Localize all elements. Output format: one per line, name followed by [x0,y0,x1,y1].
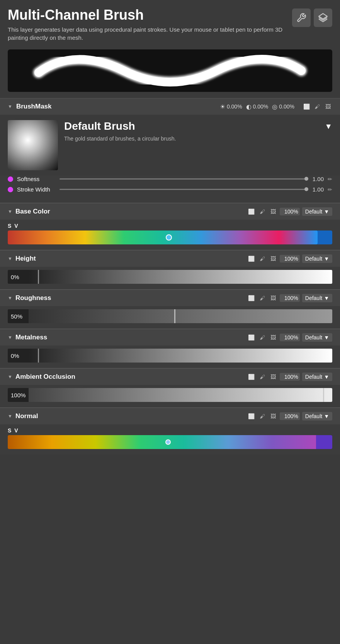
header-icons [292,8,332,27]
base-color-header[interactable]: ▼ Base Color ⬜ 🖌 🖼 Default ▼ [0,203,340,220]
color-bar-row [8,230,332,244]
brushmask-chevron[interactable]: ▼ [8,104,12,109]
softness-slider[interactable] [60,178,306,180]
ao-header[interactable]: ▼ Ambient Occlusion ⬜ 🖌 🖼 Default ▼ [0,369,340,385]
roughness-blend-dropdown[interactable]: Default ▼ [302,294,332,302]
roughness-thumb [174,309,175,323]
color-gradient-bar[interactable] [8,230,318,244]
stroke-width-edit-icon[interactable]: ✏ [328,186,332,193]
stroke-width-slider[interactable] [60,189,306,190]
roughness-value: 50% [8,309,29,323]
ao-thumb [323,388,324,402]
ao-channel: 100% [0,385,340,407]
height-controls: ⬜ 🖌 🖼 Default ▼ [247,254,332,263]
brush-description: The gold standard of brushes, a circular… [64,136,332,142]
height-percent[interactable] [280,255,300,263]
height-slider[interactable] [29,270,332,284]
roughness-image-icon[interactable]: 🖼 [269,294,277,302]
roughness-percent[interactable] [280,294,300,302]
brush-picker: Default Brush ▼ The gold standard of bru… [0,115,340,176]
height-blend-dropdown[interactable]: Default ▼ [302,254,332,263]
normal-swatch[interactable] [316,435,332,449]
metalness-image-icon[interactable]: 🖼 [269,333,277,342]
normal-gradient-bar[interactable] [8,435,316,449]
base-color-chevron[interactable]: ▼ [8,209,12,214]
ao-slider[interactable] [29,388,332,402]
brushmask-stat3-value: 0.00% [279,103,294,110]
height-title: Height [15,255,244,263]
ao-mask-icon[interactable]: ⬜ [247,373,256,381]
ao-value: 100% [8,388,29,402]
roughness-controls: ⬜ 🖌 🖼 Default ▼ [247,294,332,302]
height-channel: 0% [0,267,340,289]
base-color-paint-icon[interactable]: 🖌 [258,207,267,216]
normal-title: Normal [15,412,244,420]
tools-button[interactable] [292,8,311,27]
ao-chevron[interactable]: ▼ [8,374,12,380]
roughness-paint-icon[interactable]: 🖌 [258,294,267,302]
brush-name-row: Default Brush ▼ [64,120,332,132]
height-section: ▼ Height ⬜ 🖌 🖼 Default ▼ 0% [0,250,340,289]
brushmask-stat1-value: 0.00% [227,103,242,110]
height-header[interactable]: ▼ Height ⬜ 🖌 🖼 Default ▼ [0,251,340,267]
ao-percent[interactable] [280,373,300,381]
softness-edit-icon[interactable]: ✏ [328,176,332,182]
base-color-blend-dropdown[interactable]: Default ▼ [302,207,332,216]
base-color-percent[interactable] [280,208,300,215]
image-icon[interactable]: 🖼 [324,102,332,111]
normal-blend-dropdown[interactable]: Default ▼ [302,412,332,420]
roughness-chevron[interactable]: ▼ [8,295,12,301]
layers-button[interactable] [314,8,332,27]
normal-percent[interactable] [280,412,300,420]
metalness-chevron[interactable]: ▼ [8,335,12,340]
mask-icon[interactable]: ⬜ [302,102,311,111]
normal-paint-icon[interactable]: 🖌 [258,412,267,420]
softness-label: Softness [17,176,56,182]
metalness-section: ▼ Metalness ⬜ 🖌 🖼 Default ▼ 0% [0,329,340,368]
metalness-slider[interactable] [29,349,332,363]
normal-header[interactable]: ▼ Normal ⬜ 🖌 🖼 Default ▼ [0,408,340,424]
brush-thumbnail [8,120,58,170]
ao-controls: ⬜ 🖌 🖼 Default ▼ [247,373,332,381]
height-image-icon[interactable]: 🖼 [269,254,277,263]
ao-section: ▼ Ambient Occlusion ⬜ 🖌 🖼 Default ▼ 100% [0,368,340,407]
base-color-title: Base Color [15,208,244,215]
metalness-mask-icon[interactable]: ⬜ [247,333,256,342]
header-description: This layer generates layer data using pr… [8,25,292,42]
height-thumb [38,270,39,284]
brushmask-section[interactable]: ▼ BrushMask ☀ 0.00% ◐ 0.00% ◎ 0.00% ⬜ 🖌 … [0,98,340,115]
height-paint-icon[interactable]: 🖌 [258,254,267,263]
ao-blend-dropdown[interactable]: Default ▼ [302,373,332,381]
normal-chevron[interactable]: ▼ [8,414,12,419]
height-chevron[interactable]: ▼ [8,256,12,261]
roughness-slider[interactable] [29,309,332,323]
metalness-blend-dropdown[interactable]: Default ▼ [302,333,332,342]
metalness-slider-row: 0% [8,349,332,363]
header-left: Multi-Channel Brush This layer generates… [8,7,292,42]
brushmask-stat1: ☀ 0.00% [220,103,242,110]
height-value: 0% [8,270,29,284]
height-mask-icon[interactable]: ⬜ [247,254,256,263]
normal-section: ▼ Normal ⬜ 🖌 🖼 Default ▼ S V [0,408,340,454]
color-swatch[interactable] [316,230,332,244]
normal-image-icon[interactable]: 🖼 [269,412,277,420]
metalness-header[interactable]: ▼ Metalness ⬜ 🖌 🖼 Default ▼ [0,329,340,346]
stroke-width-row: Stroke Width 1.00 ✏ [8,186,332,193]
roughness-header[interactable]: ▼ Roughness ⬜ 🖌 🖼 Default ▼ [0,290,340,306]
aperture-icon: ◎ [272,103,277,110]
softness-value: 1.00 [310,176,324,182]
brush-params: Softness 1.00 ✏ Stroke Width 1.00 ✏ [0,176,340,203]
paint-fill-icon[interactable]: 🖌 [313,102,321,111]
base-color-image-icon[interactable]: 🖼 [269,207,277,216]
roughness-mask-icon[interactable]: ⬜ [247,294,256,302]
ao-paint-icon[interactable]: 🖌 [258,373,267,381]
v-label: V [14,223,18,229]
ao-image-icon[interactable]: 🖼 [269,373,277,381]
brush-dropdown-button[interactable]: ▼ [325,122,332,131]
normal-mask-icon[interactable]: ⬜ [247,412,256,420]
metalness-channel: 0% [0,346,340,368]
metalness-paint-icon[interactable]: 🖌 [258,333,267,342]
base-color-mask-icon[interactable]: ⬜ [247,207,256,216]
brushmask-stat3: ◎ 0.00% [272,103,294,110]
metalness-percent[interactable] [280,334,300,341]
